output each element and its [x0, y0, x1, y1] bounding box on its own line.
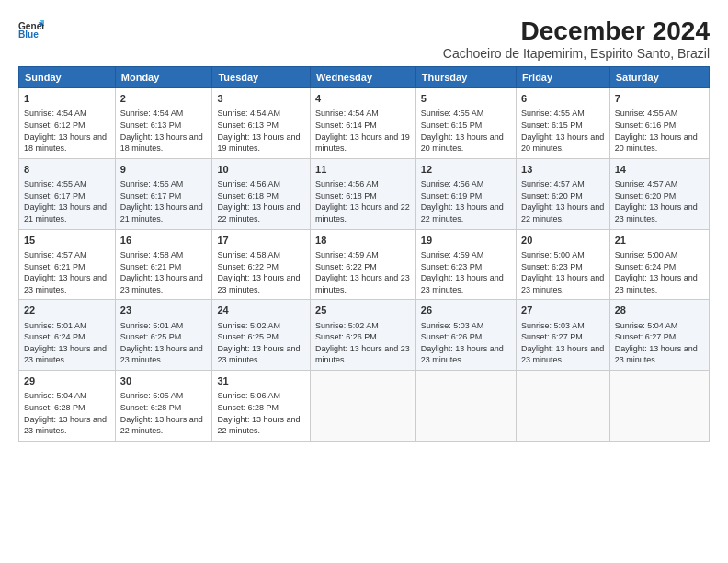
day-number: 5: [421, 92, 511, 106]
table-row: 3Sunrise: 4:54 AMSunset: 6:13 PMDaylight…: [212, 88, 311, 159]
title-block: December 2024 Cachoeiro de Itapemirim, E…: [443, 17, 710, 61]
sunset: Sunset: 6:17 PM: [120, 191, 182, 201]
day-number: 18: [315, 234, 411, 247]
daylight: Daylight: 13 hours and 19 minutes.: [315, 132, 410, 154]
daylight: Daylight: 13 hours and 23 minutes.: [521, 273, 604, 294]
sunrise: Sunrise: 4:55 AM: [24, 179, 87, 189]
table-row: 14Sunrise: 4:57 AMSunset: 6:20 PMDayligh…: [609, 158, 709, 229]
sunrise: Sunrise: 4:55 AM: [120, 179, 184, 189]
table-row: [311, 371, 416, 442]
sunrise: Sunrise: 5:00 AM: [521, 250, 585, 259]
sunrise: Sunrise: 5:03 AM: [421, 321, 484, 330]
sunrise: Sunrise: 5:04 AM: [24, 391, 87, 400]
day-number: 26: [421, 304, 511, 317]
sunset: Sunset: 6:25 PM: [217, 332, 279, 341]
main-title: December 2024: [443, 17, 710, 46]
daylight: Daylight: 13 hours and 23 minutes.: [24, 415, 107, 436]
sunset: Sunset: 6:20 PM: [615, 191, 677, 201]
table-row: 26Sunrise: 5:03 AMSunset: 6:26 PMDayligh…: [415, 300, 516, 371]
sunrise: Sunrise: 5:00 AM: [615, 250, 678, 259]
day-number: 15: [24, 234, 110, 247]
table-row: 11Sunrise: 4:56 AMSunset: 6:18 PMDayligh…: [311, 158, 416, 229]
sunrise: Sunrise: 4:55 AM: [421, 109, 484, 118]
day-number: 28: [615, 304, 704, 317]
table-row: 28Sunrise: 5:04 AMSunset: 6:27 PMDayligh…: [609, 300, 709, 371]
daylight: Daylight: 13 hours and 23 minutes.: [315, 344, 410, 365]
page: General Blue December 2024 Cachoeiro de …: [0, 0, 728, 563]
day-number: 22: [24, 304, 110, 317]
table-row: 6Sunrise: 4:55 AMSunset: 6:15 PMDaylight…: [517, 88, 610, 159]
svg-text:Blue: Blue: [18, 29, 39, 40]
sunrise: Sunrise: 4:54 AM: [24, 109, 87, 118]
sunrise: Sunrise: 4:55 AM: [521, 109, 585, 118]
daylight: Daylight: 13 hours and 23 minutes.: [217, 344, 300, 365]
day-number: 19: [421, 234, 511, 247]
day-number: 21: [615, 234, 704, 247]
daylight: Daylight: 13 hours and 22 minutes.: [217, 415, 300, 436]
table-row: 15Sunrise: 4:57 AMSunset: 6:21 PMDayligh…: [19, 229, 116, 300]
day-number: 27: [521, 304, 605, 317]
sunset: Sunset: 6:15 PM: [521, 121, 583, 130]
table-row: 9Sunrise: 4:55 AMSunset: 6:17 PMDaylight…: [115, 158, 212, 229]
sunrise: Sunrise: 4:54 AM: [120, 109, 184, 118]
table-row: 5Sunrise: 4:55 AMSunset: 6:15 PMDaylight…: [415, 88, 516, 159]
daylight: Daylight: 13 hours and 22 minutes.: [120, 415, 203, 436]
col-thursday: Thursday: [415, 67, 516, 88]
day-number: 13: [521, 163, 605, 177]
daylight: Daylight: 13 hours and 23 minutes.: [24, 344, 107, 365]
day-number: 20: [521, 234, 605, 247]
table-row: 12Sunrise: 4:56 AMSunset: 6:19 PMDayligh…: [415, 158, 516, 229]
day-number: 12: [421, 163, 511, 177]
table-row: [609, 371, 709, 442]
sunrise: Sunrise: 4:54 AM: [217, 109, 280, 118]
daylight: Daylight: 13 hours and 21 minutes.: [24, 202, 107, 224]
table-row: 13Sunrise: 4:57 AMSunset: 6:20 PMDayligh…: [517, 158, 610, 229]
calendar-table: Sunday Monday Tuesday Wednesday Thursday…: [18, 66, 710, 442]
sunrise: Sunrise: 4:54 AM: [315, 109, 379, 118]
day-number: 10: [217, 163, 305, 177]
sunset: Sunset: 6:18 PM: [315, 191, 377, 201]
sunrise: Sunrise: 5:05 AM: [120, 391, 184, 400]
daylight: Daylight: 13 hours and 20 minutes.: [421, 132, 504, 154]
daylight: Daylight: 13 hours and 22 minutes.: [421, 202, 504, 224]
sunset: Sunset: 6:21 PM: [24, 262, 85, 271]
sunrise: Sunrise: 5:02 AM: [217, 321, 280, 330]
daylight: Daylight: 13 hours and 23 minutes.: [120, 273, 203, 294]
table-row: 1Sunrise: 4:54 AMSunset: 6:12 PMDaylight…: [19, 88, 116, 159]
table-row: 21Sunrise: 5:00 AMSunset: 6:24 PMDayligh…: [609, 229, 709, 300]
daylight: Daylight: 13 hours and 23 minutes.: [24, 273, 107, 294]
table-row: 7Sunrise: 4:55 AMSunset: 6:16 PMDaylight…: [609, 88, 709, 159]
sunrise: Sunrise: 4:56 AM: [217, 179, 280, 189]
day-number: 11: [315, 163, 411, 177]
sunrise: Sunrise: 4:56 AM: [315, 179, 379, 189]
sunset: Sunset: 6:27 PM: [521, 332, 583, 341]
table-row: 30Sunrise: 5:05 AMSunset: 6:28 PMDayligh…: [115, 371, 212, 442]
table-row: 8Sunrise: 4:55 AMSunset: 6:17 PMDaylight…: [19, 158, 116, 229]
sunrise: Sunrise: 4:57 AM: [521, 179, 585, 189]
day-number: 1: [24, 92, 110, 106]
sunset: Sunset: 6:12 PM: [24, 121, 85, 130]
daylight: Daylight: 13 hours and 21 minutes.: [120, 202, 203, 224]
sunrise: Sunrise: 4:59 AM: [315, 250, 379, 259]
daylight: Daylight: 13 hours and 23 minutes.: [615, 273, 698, 294]
sunset: Sunset: 6:27 PM: [615, 332, 677, 341]
table-row: 31Sunrise: 5:06 AMSunset: 6:28 PMDayligh…: [212, 371, 311, 442]
day-number: 9: [120, 163, 208, 177]
sunset: Sunset: 6:25 PM: [120, 332, 182, 341]
sunrise: Sunrise: 5:02 AM: [315, 321, 379, 330]
logo: General Blue: [18, 17, 44, 42]
table-row: 23Sunrise: 5:01 AMSunset: 6:25 PMDayligh…: [115, 300, 212, 371]
col-tuesday: Tuesday: [212, 67, 311, 88]
sunrise: Sunrise: 4:57 AM: [615, 179, 678, 189]
day-number: 17: [217, 234, 305, 247]
sunrise: Sunrise: 4:59 AM: [421, 250, 484, 259]
daylight: Daylight: 13 hours and 18 minutes.: [120, 132, 203, 154]
sunset: Sunset: 6:19 PM: [421, 191, 483, 201]
table-row: 16Sunrise: 4:58 AMSunset: 6:21 PMDayligh…: [115, 229, 212, 300]
sunrise: Sunrise: 5:01 AM: [120, 321, 184, 330]
daylight: Daylight: 13 hours and 23 minutes.: [315, 273, 410, 294]
day-number: 2: [120, 92, 208, 106]
daylight: Daylight: 13 hours and 23 minutes.: [421, 344, 504, 365]
table-row: 19Sunrise: 4:59 AMSunset: 6:23 PMDayligh…: [415, 229, 516, 300]
daylight: Daylight: 13 hours and 23 minutes.: [421, 273, 504, 294]
